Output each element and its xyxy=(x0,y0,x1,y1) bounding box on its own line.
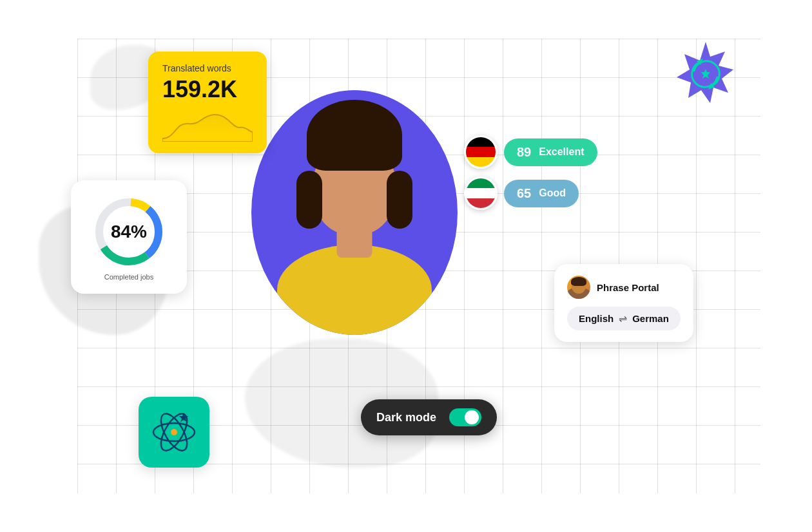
darkmode-label: Dark mode xyxy=(376,411,436,424)
main-scene: Translated words 159.2K xyxy=(0,0,812,532)
quality-badge-excellent: 89 Excellent xyxy=(504,138,597,166)
refresh-badge xyxy=(670,39,741,109)
lang-arrow-icon: ⇌ xyxy=(619,312,627,325)
quality-label-italian: Good xyxy=(539,187,566,199)
donut-text: 84% xyxy=(111,223,147,241)
atom-icon xyxy=(151,410,197,455)
quality-label-german: Excellent xyxy=(539,146,584,158)
donut-percent: 84% xyxy=(111,223,147,241)
quality-score-german: 89 xyxy=(517,145,531,160)
words-card-value: 159.2K xyxy=(162,76,253,103)
portal-name: Phrase Portal xyxy=(597,282,659,293)
quality-container: 89 Excellent 65 Good xyxy=(464,135,597,210)
quality-row-italian: 65 Good xyxy=(464,176,597,210)
person-circle xyxy=(251,90,458,335)
words-card-label: Translated words xyxy=(162,63,253,73)
donut-chart-card: 84% Completed jobs xyxy=(71,180,187,294)
darkmode-card: Dark mode xyxy=(361,399,497,435)
donut-wrapper: 84% xyxy=(90,193,168,271)
portal-avatar xyxy=(567,276,590,299)
translated-words-card: Translated words 159.2K xyxy=(148,52,267,153)
svg-point-7 xyxy=(171,429,177,435)
portal-header: Phrase Portal xyxy=(567,276,681,299)
flag-italian xyxy=(464,176,498,210)
quality-row-german: 89 Excellent xyxy=(464,135,597,169)
atom-card xyxy=(139,397,209,468)
lang-to: German xyxy=(632,313,669,324)
language-pill: English ⇌ German xyxy=(567,307,681,330)
darkmode-toggle[interactable] xyxy=(449,408,481,426)
toggle-knob xyxy=(465,410,479,424)
phrase-portal-card: Phrase Portal English ⇌ German xyxy=(554,264,693,342)
flag-german xyxy=(464,135,498,169)
words-chart xyxy=(162,109,253,142)
quality-badge-good: 65 Good xyxy=(504,180,579,207)
lang-from: English xyxy=(579,313,614,324)
donut-sublabel: Completed jobs xyxy=(104,273,153,281)
quality-score-italian: 65 xyxy=(517,186,531,201)
